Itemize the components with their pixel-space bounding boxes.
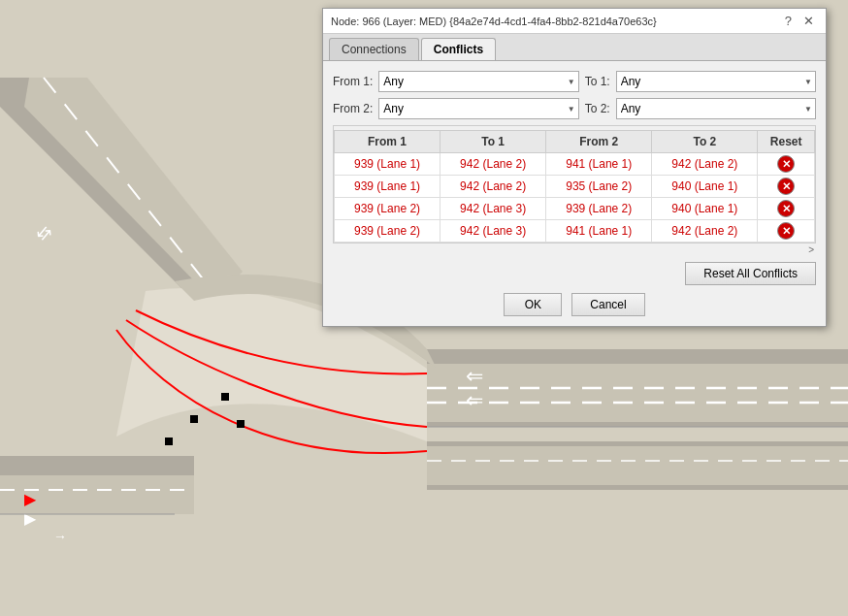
tab-connections[interactable]: Connections: [329, 38, 419, 60]
svg-text:▶: ▶: [24, 510, 37, 527]
col-to1: To 1: [440, 131, 546, 153]
cell-to2: 940 (Lane 1): [652, 176, 758, 198]
reset-icon[interactable]: ✕: [777, 222, 795, 240]
table-row: 939 (Lane 1)942 (Lane 2)941 (Lane 1)942 …: [335, 153, 815, 176]
ok-cancel-row: OK Cancel: [333, 293, 816, 316]
to1-select-wrapper: Any: [616, 71, 816, 92]
svg-text:⇐: ⇐: [466, 364, 483, 388]
cell-from2: 939 (Lane 2): [546, 198, 652, 220]
cell-to1: 942 (Lane 2): [440, 176, 546, 198]
reset-cell: ✕: [758, 153, 815, 176]
to2-select-wrapper: Any: [616, 98, 816, 119]
from1-label: From 1:: [333, 75, 373, 88]
svg-rect-22: [165, 438, 173, 445]
svg-text:⇐: ⇐: [466, 388, 483, 412]
svg-text:→: →: [53, 529, 67, 544]
reset-all-row: Reset All Conflicts: [333, 262, 816, 285]
cell-to1: 942 (Lane 3): [440, 198, 546, 220]
col-from1: From 1: [335, 131, 440, 153]
help-button[interactable]: ?: [781, 14, 796, 28]
table-row: 939 (Lane 1)942 (Lane 2)935 (Lane 2)940 …: [335, 176, 815, 198]
reset-cell: ✕: [758, 220, 815, 243]
to1-label: To 1:: [585, 75, 610, 88]
col-to2: To 2: [652, 131, 758, 153]
cell-to2: 942 (Lane 2): [652, 220, 758, 243]
ok-button[interactable]: OK: [504, 293, 562, 316]
from2-label: From 2:: [333, 102, 373, 115]
title-bar: Node: 966 (Layer: MED) {84a2e74d-4cd1-4f…: [323, 9, 826, 34]
cell-to1: 942 (Lane 2): [440, 153, 546, 176]
svg-rect-21: [190, 415, 198, 423]
from1-select-wrapper: Any: [378, 71, 578, 92]
reset-icon[interactable]: ✕: [777, 155, 795, 173]
scroll-indicator: >: [333, 243, 816, 256]
from2-select[interactable]: Any: [378, 98, 578, 119]
reset-icon[interactable]: ✕: [777, 178, 795, 195]
to1-select[interactable]: Any: [616, 71, 816, 92]
cell-from2: 941 (Lane 1): [546, 153, 652, 176]
cell-from1: 939 (Lane 2): [335, 220, 440, 243]
title-buttons: ? ✕: [781, 14, 818, 28]
table-row: 939 (Lane 2)942 (Lane 3)941 (Lane 1)942 …: [335, 220, 815, 243]
cell-to2: 942 (Lane 2): [652, 153, 758, 176]
close-button[interactable]: ✕: [799, 14, 818, 28]
dialog-content: From 1: Any To 1: Any From 2: Any To 2:: [323, 61, 826, 326]
cancel-button[interactable]: Cancel: [571, 293, 644, 316]
svg-rect-12: [427, 364, 848, 422]
conflicts-table-scroll: From 1 To 1 From 2 To 2 Reset 939 (Lane …: [333, 125, 816, 243]
svg-rect-23: [237, 420, 245, 428]
reset-cell: ✕: [758, 176, 815, 198]
cell-from2: 941 (Lane 1): [546, 220, 652, 243]
reset-all-button[interactable]: Reset All Conflicts: [685, 262, 816, 285]
cell-to2: 940 (Lane 1): [652, 198, 758, 220]
svg-rect-18: [427, 446, 848, 485]
table-header-row: From 1 To 1 From 2 To 2 Reset: [335, 131, 815, 153]
filter-row-1: From 1: Any To 1: Any: [333, 71, 816, 92]
reset-cell: ✕: [758, 198, 815, 220]
svg-rect-20: [221, 393, 229, 401]
filter-row-2: From 2: Any To 2: Any: [333, 98, 816, 119]
table-row: 939 (Lane 2)942 (Lane 3)939 (Lane 2)940 …: [335, 198, 815, 220]
col-reset: Reset: [758, 131, 815, 153]
svg-text:▶: ▶: [24, 491, 37, 507]
to2-label: To 2:: [585, 102, 610, 115]
from1-select[interactable]: Any: [378, 71, 578, 92]
dialog-title: Node: 966 (Layer: MED) {84a2e74d-4cd1-4f…: [331, 16, 657, 27]
reset-icon[interactable]: ✕: [777, 200, 795, 217]
cell-from2: 935 (Lane 2): [546, 176, 652, 198]
dialog: Node: 966 (Layer: MED) {84a2e74d-4cd1-4f…: [322, 8, 827, 327]
conflicts-table: From 1 To 1 From 2 To 2 Reset 939 (Lane …: [334, 130, 815, 243]
col-from2: From 2: [546, 131, 652, 153]
from2-select-wrapper: Any: [378, 98, 578, 119]
tab-conflicts[interactable]: Conflicts: [421, 38, 496, 60]
to2-select[interactable]: Any: [616, 98, 816, 119]
cell-from1: 939 (Lane 1): [335, 176, 440, 198]
cell-to1: 942 (Lane 3): [440, 220, 546, 243]
tab-bar: Connections Conflicts: [323, 34, 826, 61]
cell-from1: 939 (Lane 2): [335, 198, 440, 220]
cell-from1: 939 (Lane 1): [335, 153, 440, 176]
table-body: 939 (Lane 1)942 (Lane 2)941 (Lane 1)942 …: [335, 153, 815, 243]
